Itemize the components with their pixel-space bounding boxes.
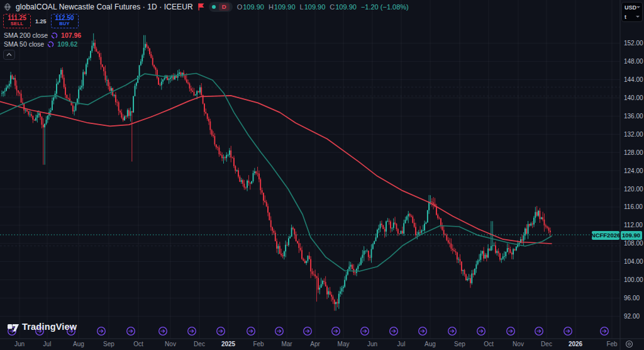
timeline-jump-icon[interactable] [419, 327, 427, 336]
spread-value: 1.25 [35, 18, 47, 25]
candle-body [238, 170, 239, 176]
symbol-title[interactable]: globalCOAL Newcastle Coal Futures · 1D ·… [16, 3, 193, 11]
candle-body [40, 113, 41, 117]
candle-body [308, 256, 309, 261]
candle-body [374, 241, 375, 244]
candle-body [411, 216, 412, 217]
candle-body [550, 230, 551, 232]
interval-status-pill[interactable]: D [209, 2, 233, 12]
candle-body [487, 249, 489, 257]
candle-body [471, 273, 472, 283]
collapse-legend-button[interactable] [3, 50, 15, 60]
timeline-jump-icon[interactable] [448, 327, 457, 336]
candle-body [421, 230, 423, 233]
timeline-jump-icon[interactable] [97, 327, 106, 336]
price-tick-label: 148.00 [624, 58, 643, 65]
candle-body [310, 259, 311, 272]
low-value: 109.90 [304, 3, 326, 11]
price-tick-label: 116.00 [624, 203, 643, 210]
timeline-jump-icon[interactable] [361, 327, 369, 336]
contract-label-tag: NCFF2026 [592, 231, 619, 240]
indicator-loading-icon [47, 41, 54, 48]
candle-body [158, 77, 159, 84]
timeline-jump-icon[interactable] [332, 327, 340, 336]
price-scale-settings: USD t [621, 2, 643, 22]
change-value: −1.20 (−1.08%) [361, 3, 409, 11]
timeline-jump-icon[interactable] [477, 327, 486, 336]
candle-body [371, 249, 372, 258]
timeline-jump-icon[interactable] [390, 327, 398, 336]
candle-body [499, 253, 501, 259]
candle-body [194, 92, 195, 96]
candle-body [196, 91, 197, 95]
candle-body [43, 125, 44, 127]
time-axis-settings-button[interactable] [625, 339, 633, 350]
time-tick-label: Mar [281, 341, 292, 347]
candle-body [52, 101, 53, 110]
candle-body [139, 65, 140, 76]
candle-body [108, 80, 109, 86]
candle-body [433, 203, 434, 204]
timeline-jump-icon[interactable] [601, 327, 609, 336]
unit-selector[interactable]: t [622, 12, 642, 21]
tradingview-logo[interactable]: TradingView [7, 320, 77, 333]
timeline-jump-icon[interactable] [159, 327, 167, 336]
candle-body [32, 116, 33, 120]
timeline-jump-icon[interactable] [247, 327, 255, 336]
time-axis[interactable]: JunJulAugSepOctNovDec2025FebMarAprMayJun… [8, 327, 618, 347]
buy-button[interactable]: 112.50 BUY [51, 14, 79, 28]
candle-body [501, 259, 502, 259]
candle-body [306, 261, 307, 263]
candle-body [309, 256, 310, 259]
candle-body [338, 294, 340, 304]
candle-body [325, 282, 326, 286]
candle-body [245, 188, 247, 188]
candle-body [35, 118, 36, 121]
timeline-jump-icon[interactable] [127, 327, 135, 336]
candle-body [461, 261, 462, 271]
timeline-jump-icon[interactable] [507, 327, 515, 336]
candle-body [378, 229, 379, 230]
indicator-row-sma50[interactable]: SMA 50 close 109.62 [4, 40, 77, 48]
timeline-jump-icon[interactable] [217, 327, 225, 336]
currency-selector[interactable]: USD [622, 3, 642, 12]
candle-body [57, 82, 58, 84]
candle-body [449, 242, 450, 244]
candle-body [340, 291, 341, 294]
candle-body [418, 232, 419, 235]
candle-body [91, 46, 92, 51]
timeline-jump-icon[interactable] [188, 327, 196, 336]
candle-body [467, 279, 468, 280]
indicator-row-sma200[interactable]: SMA 200 close 107.96 [4, 31, 81, 39]
candle-body [121, 113, 122, 118]
buy-label: BUY [52, 21, 78, 26]
open-value: 109.90 [243, 3, 264, 11]
high-value: 109.90 [274, 3, 296, 11]
price-chart-canvas[interactable]: 152.00148.00144.00140.00136.00132.00128.… [0, 0, 644, 350]
timeline-jump-icon[interactable] [535, 327, 543, 336]
candle-body [381, 223, 382, 225]
price-tick-label: 140.00 [624, 94, 643, 101]
candle-body [127, 110, 128, 116]
candle-body [430, 201, 431, 202]
candle-body [208, 119, 209, 121]
candle-body [68, 98, 69, 99]
candle-body [495, 246, 496, 253]
flag-icon[interactable] [197, 3, 204, 11]
candle-body [346, 274, 347, 279]
timeline-jump-icon[interactable] [304, 327, 312, 336]
candle-body [474, 269, 475, 274]
timeline-jump-icon[interactable] [564, 327, 572, 336]
candle-body [255, 171, 257, 173]
price-axis[interactable]: 152.00148.00144.00140.00136.00132.00128.… [624, 40, 643, 320]
candle-body [323, 281, 325, 282]
sell-button[interactable]: 111.25 SELL [3, 14, 31, 28]
timeline-jump-icon[interactable] [275, 327, 284, 336]
candle-body [258, 174, 260, 179]
candle-body [173, 76, 174, 79]
candle-body [337, 302, 338, 303]
candle-body [214, 136, 216, 144]
candle-body [207, 113, 208, 119]
candle-body [498, 251, 499, 253]
candle-body [8, 86, 9, 88]
